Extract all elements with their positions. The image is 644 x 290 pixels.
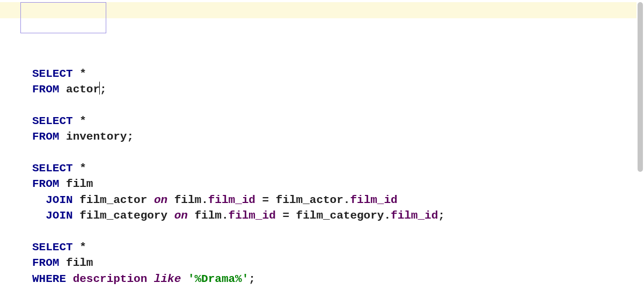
code-token <box>66 273 73 285</box>
code-token: SELECT <box>32 162 73 175</box>
code-token: film <box>66 178 93 190</box>
code-token: film <box>66 257 93 269</box>
code-token: FROM <box>32 257 59 269</box>
code-token: like <box>154 273 181 285</box>
code-token: * <box>79 162 86 175</box>
code-token: film_id <box>391 209 438 222</box>
code-token: film_id <box>229 209 276 222</box>
code-token <box>255 194 262 206</box>
code-token: WHERE <box>32 273 66 285</box>
code-token: '%Drama%' <box>188 273 248 285</box>
code-token: ; <box>248 273 255 285</box>
code-token <box>73 162 80 175</box>
code-token: FROM <box>32 130 59 143</box>
code-token: film_category <box>296 209 384 222</box>
code-line[interactable]: SELECT * <box>32 66 644 82</box>
code-line[interactable] <box>32 97 644 113</box>
code-token: SELECT <box>32 241 73 253</box>
code-token <box>181 273 188 285</box>
code-token: ; <box>438 209 445 222</box>
code-token: * <box>79 68 86 80</box>
code-line[interactable]: JOIN film_category on film.film_id = fil… <box>32 208 644 223</box>
code-token: ; <box>127 130 134 143</box>
code-line[interactable]: WHERE description like '%Drama%'; <box>32 271 644 287</box>
code-token <box>59 178 66 190</box>
code-token: FROM <box>32 178 59 190</box>
code-token: = <box>282 209 289 222</box>
code-token: SELECT <box>32 68 73 80</box>
code-token: actor <box>66 83 100 96</box>
sql-editor[interactable]: SELECT *FROM actor; SELECT *FROM invento… <box>0 0 644 290</box>
code-token <box>276 209 283 222</box>
code-line[interactable]: SELECT * <box>32 240 644 255</box>
code-token: * <box>79 115 86 127</box>
code-line[interactable]: JOIN film_actor on film.film_id = film_a… <box>32 192 644 208</box>
code-token <box>269 194 276 206</box>
code-token: * <box>79 241 86 253</box>
code-token: FROM <box>32 83 59 96</box>
code-token <box>59 257 66 269</box>
code-token: film_actor <box>276 194 343 206</box>
code-token <box>188 209 195 222</box>
code-token <box>73 115 80 127</box>
code-token <box>147 273 154 285</box>
code-token <box>73 209 80 222</box>
code-line[interactable]: FROM film <box>32 255 644 271</box>
code-line[interactable]: SELECT * <box>32 113 644 129</box>
code-token <box>32 194 46 206</box>
code-token <box>59 83 66 96</box>
code-line[interactable]: FROM actor; <box>32 82 644 97</box>
code-token: description <box>73 273 148 285</box>
code-token: film_category <box>79 209 167 222</box>
code-token <box>73 194 80 206</box>
code-line[interactable]: SELECT * <box>32 161 644 176</box>
code-line[interactable]: FROM inventory; <box>32 129 644 144</box>
code-token: on <box>154 194 167 206</box>
code-token <box>59 130 66 143</box>
code-token <box>73 68 80 80</box>
code-line[interactable] <box>32 145 644 161</box>
code-token: film <box>174 194 201 206</box>
code-token <box>289 209 296 222</box>
code-token: film_id <box>350 194 397 206</box>
code-line[interactable]: FROM film <box>32 176 644 192</box>
code-token: JOIN <box>46 194 72 206</box>
code-token: on <box>174 209 188 222</box>
code-token <box>167 194 174 206</box>
code-token <box>167 209 174 222</box>
code-line[interactable] <box>32 223 644 239</box>
code-token: film_id <box>208 194 255 206</box>
code-token <box>73 241 80 253</box>
code-token: . <box>343 194 350 206</box>
code-token: . <box>201 194 208 206</box>
code-token: film_actor <box>79 194 147 206</box>
code-token: inventory <box>66 130 127 143</box>
code-token <box>32 209 46 222</box>
code-token: JOIN <box>46 209 72 222</box>
code-token: . <box>384 209 391 222</box>
code-token: = <box>262 194 269 206</box>
code-token: SELECT <box>32 115 73 127</box>
code-token: film <box>195 209 222 222</box>
code-token: ; <box>100 83 107 96</box>
current-line-highlight <box>0 2 636 18</box>
code-token: . <box>222 209 229 222</box>
code-token <box>147 194 154 206</box>
code-area[interactable]: SELECT *FROM actor; SELECT *FROM invento… <box>32 66 644 287</box>
